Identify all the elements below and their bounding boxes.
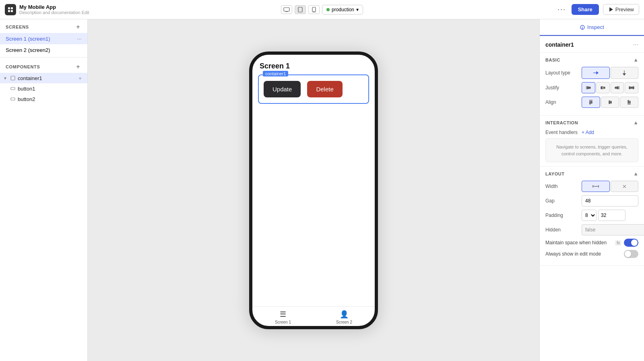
share-button[interactable]: Share [572, 4, 599, 15]
panel-tabs: Inspect [540, 19, 644, 36]
sidebar-divider [0, 57, 87, 58]
container1-box[interactable]: container1 Update Delete [258, 74, 369, 104]
width-btn-fill[interactable] [582, 181, 610, 192]
view-mobile-icon[interactable] [308, 5, 320, 14]
layout-type-label: Layout type [545, 70, 582, 76]
justify-btn-start[interactable] [582, 82, 595, 93]
interaction-collapse-button[interactable]: ▲ [633, 120, 638, 126]
svg-marker-9 [609, 7, 613, 12]
screen1-label: Screen 1 (screen1) [6, 36, 77, 42]
align-buttons [582, 97, 638, 108]
nav-screen1[interactable]: ☰ Screen 1 [252, 310, 314, 324]
event-handlers-label: Event handlers [545, 130, 582, 135]
panel-component-name: container1 [545, 41, 574, 48]
svg-rect-12 [11, 98, 15, 100]
panel-section-basic: BASIC ▲ Layout type Justify [540, 53, 644, 116]
svg-point-8 [314, 11, 314, 11]
app-icon [5, 4, 16, 15]
env-badge[interactable]: production ▾ [322, 5, 363, 14]
button2-icon [10, 96, 16, 102]
add-event-handler-button[interactable]: + Add [582, 130, 594, 135]
hidden-input[interactable] [582, 224, 644, 235]
sidebar: SCREENS + Screen 1 (screen1) ··· Screen … [0, 19, 88, 361]
event-handlers-row: Event handlers + Add [545, 130, 638, 135]
align-label: Align [545, 99, 582, 105]
app-title: My Mobile App [19, 4, 89, 10]
view-tablet-icon[interactable] [295, 5, 306, 14]
maintain-space-toggle[interactable] [624, 239, 638, 247]
nav-screen1-label: Screen 1 [275, 320, 291, 324]
gap-label: Gap [545, 198, 582, 204]
panel-section-interaction: INTERACTION ▲ Event handlers + Add Navig… [540, 116, 644, 167]
event-placeholder: Navigate to screens, trigger queries, co… [545, 138, 638, 162]
edit-link[interactable]: Edit [82, 10, 89, 15]
tree-item-button1[interactable]: button1 [0, 83, 87, 94]
svg-rect-11 [11, 87, 15, 90]
padding-right-input[interactable] [598, 210, 625, 221]
padding-label: Padding [545, 212, 582, 218]
layout-type-buttons [582, 67, 638, 79]
play-icon [608, 7, 613, 12]
justify-btn-space-between[interactable] [625, 82, 638, 93]
view-desktop-icon[interactable] [281, 5, 292, 14]
delete-button[interactable]: Delete [307, 81, 342, 97]
tab-inspect[interactable]: Inspect [540, 19, 644, 36]
layout-btn-vertical[interactable] [611, 67, 639, 79]
interaction-section-header: INTERACTION ▲ [545, 120, 638, 126]
svg-rect-38 [611, 101, 611, 103]
sidebar-item-screen1[interactable]: Screen 1 (screen1) ··· [0, 33, 87, 44]
nav-screen2-label: Screen 2 [336, 320, 352, 324]
layout-collapse-button[interactable]: ▲ [633, 171, 638, 177]
inspect-tab-label: Inspect [587, 24, 604, 30]
hidden-label: Hidden [545, 227, 582, 233]
env-label: production [332, 7, 354, 12]
svg-rect-6 [298, 7, 302, 12]
svg-rect-25 [604, 87, 605, 89]
phone-frame: Screen 1 container1 Update Delete ☰ Scre… [249, 52, 378, 329]
canvas[interactable]: Screen 1 container1 Update Delete ☰ Scre… [88, 19, 539, 361]
padding-select[interactable]: 8 [582, 210, 597, 221]
nav-screen2[interactable]: 👤 Screen 2 [314, 310, 375, 324]
screen1-more-icon[interactable]: ··· [77, 35, 82, 42]
always-show-label: Always show in edit mode [545, 251, 624, 257]
container1-add-button[interactable]: + [77, 75, 83, 81]
svg-rect-30 [629, 87, 630, 89]
add-screen-button[interactable]: + [74, 23, 82, 31]
svg-rect-41 [630, 101, 630, 103]
svg-rect-3 [11, 10, 13, 12]
justify-btn-end[interactable] [611, 82, 624, 93]
update-button[interactable]: Update [264, 81, 301, 97]
add-component-button[interactable]: + [74, 63, 82, 70]
svg-rect-0 [8, 7, 10, 9]
chevron-down-icon: ▾ [356, 7, 359, 12]
align-btn-bottom[interactable] [620, 97, 638, 108]
always-show-row: Always show in edit mode [545, 250, 638, 258]
tree-item-button2[interactable]: button2 [0, 94, 87, 104]
inspect-icon [580, 25, 585, 30]
always-show-toggle[interactable] [624, 250, 638, 258]
basic-collapse-button[interactable]: ▲ [633, 57, 638, 63]
tree-item-container1[interactable]: ▼ container1 + [0, 73, 87, 83]
app-subtitle: Description and documentation Edit [19, 10, 89, 15]
width-btn-x[interactable]: ✕ [611, 181, 639, 192]
preview-button[interactable]: Preview [603, 4, 639, 15]
justify-btn-center[interactable] [596, 82, 610, 93]
more-options-button[interactable]: ··· [556, 4, 568, 15]
gap-input[interactable] [582, 195, 638, 206]
layout-btn-horizontal[interactable] [582, 67, 610, 79]
align-btn-center[interactable] [601, 97, 619, 108]
svg-rect-21 [587, 87, 588, 89]
align-btn-top[interactable] [582, 97, 600, 108]
maintain-space-label: Maintain space when hidden [545, 240, 615, 245]
svg-rect-28 [617, 87, 618, 89]
svg-rect-1 [11, 7, 13, 9]
layout-section-header: LAYOUT ▲ [545, 171, 638, 177]
sidebar-item-screen2[interactable]: Screen 2 (screen2) ··· [0, 44, 87, 56]
panel-more-button[interactable]: ··· [633, 41, 638, 48]
align-row: Align [545, 97, 638, 108]
hidden-row: Hidden [545, 224, 638, 235]
svg-rect-22 [589, 87, 590, 89]
button-icon [10, 85, 16, 92]
phone-content: container1 Update Delete [252, 74, 375, 306]
screens-section-header: SCREENS + [0, 19, 87, 33]
